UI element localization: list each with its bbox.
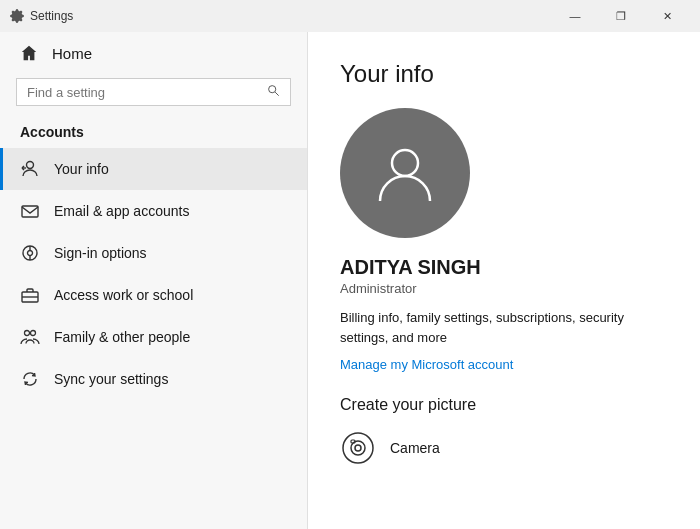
sync-icon [20, 369, 40, 389]
sidebar: Home Accounts Your info [0, 32, 308, 529]
avatar-person-icon [370, 138, 440, 208]
title-bar: Settings — ❐ ✕ [0, 0, 700, 32]
accounts-section-label: Accounts [0, 118, 307, 148]
home-nav-item[interactable]: Home [0, 32, 307, 74]
home-label: Home [52, 45, 92, 62]
camera-label: Camera [390, 440, 440, 456]
sidebar-item-family[interactable]: Family & other people [0, 316, 307, 358]
sidebar-item-label: Sign-in options [54, 245, 147, 261]
search-button[interactable] [267, 84, 280, 100]
svg-point-2 [27, 162, 34, 169]
user-role: Administrator [340, 281, 668, 296]
svg-point-14 [31, 331, 36, 336]
page-title: Your info [340, 60, 668, 88]
your-info-icon [20, 159, 40, 179]
sidebar-item-label: Your info [54, 161, 109, 177]
camera-icon-wrap [340, 430, 376, 466]
sidebar-item-email-accounts[interactable]: Email & app accounts [0, 190, 307, 232]
briefcase-icon [20, 285, 40, 305]
title-bar-left: Settings [10, 9, 73, 23]
svg-point-13 [25, 331, 30, 336]
search-input[interactable] [27, 85, 259, 100]
sidebar-item-label: Email & app accounts [54, 203, 189, 219]
billing-info: Billing info, family settings, subscript… [340, 308, 668, 347]
camera-item[interactable]: Camera [340, 430, 668, 466]
manage-account-link[interactable]: Manage my Microsoft account [340, 357, 668, 372]
create-picture-title: Create your picture [340, 396, 668, 414]
title-bar-controls: — ❐ ✕ [552, 6, 690, 26]
sidebar-item-sign-in[interactable]: Sign-in options [0, 232, 307, 274]
search-icon [267, 84, 280, 97]
svg-rect-6 [22, 206, 38, 217]
avatar [340, 108, 470, 238]
settings-icon [10, 9, 24, 23]
close-button[interactable]: ✕ [644, 6, 690, 26]
sidebar-item-label: Access work or school [54, 287, 193, 303]
sidebar-item-sync[interactable]: Sync your settings [0, 358, 307, 400]
user-name: ADITYA SINGH [340, 256, 668, 279]
main-content: Your info ADITYA SINGH Administrator Bil… [308, 32, 700, 529]
search-box[interactable] [16, 78, 291, 106]
email-icon [20, 201, 40, 221]
family-icon [20, 327, 40, 347]
sidebar-item-work-school[interactable]: Access work or school [0, 274, 307, 316]
minimize-button[interactable]: — [552, 6, 598, 26]
sidebar-item-label: Sync your settings [54, 371, 168, 387]
sidebar-item-label: Family & other people [54, 329, 190, 345]
home-icon [20, 44, 38, 62]
svg-point-0 [269, 86, 276, 93]
svg-point-16 [343, 433, 373, 463]
svg-line-1 [275, 92, 279, 96]
maximize-button[interactable]: ❐ [598, 6, 644, 26]
sign-in-icon [20, 243, 40, 263]
svg-point-8 [28, 251, 33, 256]
svg-point-15 [392, 150, 418, 176]
svg-point-18 [355, 445, 361, 451]
camera-icon [341, 431, 375, 465]
sidebar-item-your-info[interactable]: Your info [0, 148, 307, 190]
app-title: Settings [30, 9, 73, 23]
app-body: Home Accounts Your info [0, 32, 700, 529]
